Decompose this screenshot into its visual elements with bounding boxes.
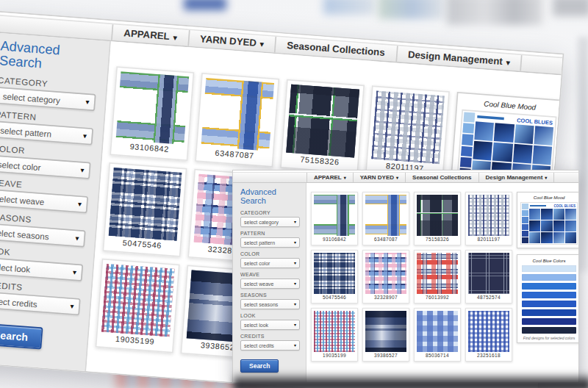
colors-card-caption: Find designs for selected colors bbox=[522, 336, 576, 340]
fabric-swatch-image bbox=[314, 253, 355, 294]
color-select[interactable]: select color▾ bbox=[240, 258, 300, 268]
mood-photo bbox=[473, 141, 492, 161]
swatch-card[interactable]: 63487087 bbox=[195, 73, 279, 168]
swatch-card[interactable]: 85036714 bbox=[414, 308, 461, 362]
composite-stage: APPAREL▾ YARN DYED▾ Seasonal Collections… bbox=[0, 0, 588, 388]
swatch-card[interactable]: 93106842 bbox=[311, 192, 358, 245]
swatch-card[interactable]: 93106842 bbox=[110, 66, 194, 161]
select-value: select category bbox=[2, 91, 60, 104]
mood-collage: COOL BLUES bbox=[520, 202, 578, 245]
chevron-down-icon: ▾ bbox=[396, 176, 398, 180]
swatch-grid: 93106842 63487087 75158326 82011197 5047… bbox=[311, 192, 512, 362]
chevron-down-icon: ▾ bbox=[260, 40, 265, 47]
swatch-card[interactable]: 19035199 bbox=[311, 308, 358, 362]
category-select[interactable]: select category▾ bbox=[240, 217, 300, 227]
swatch-id: 32328907 bbox=[365, 295, 406, 300]
mood-palette-chip bbox=[522, 210, 528, 216]
look-select[interactable]: select look▾ bbox=[240, 320, 300, 330]
mood-palette-chip bbox=[462, 134, 473, 146]
mood-board-card[interactable]: Cool Blue Mood bbox=[517, 192, 579, 248]
mood-photo bbox=[529, 232, 540, 243]
mood-palette-chip bbox=[461, 146, 473, 157]
search-button[interactable]: Search bbox=[0, 323, 43, 349]
select-value: select seasons bbox=[0, 228, 49, 240]
select-value: select look bbox=[244, 323, 268, 328]
color-bar[interactable] bbox=[522, 318, 576, 325]
color-bar[interactable] bbox=[522, 274, 576, 281]
swatch-card[interactable]: 50475546 bbox=[311, 250, 358, 303]
color-bar[interactable] bbox=[522, 309, 576, 316]
color-bar[interactable] bbox=[522, 283, 576, 290]
chevron-down-icon: ▾ bbox=[294, 261, 296, 265]
mood-photo bbox=[529, 209, 540, 220]
swatch-card[interactable]: 75158326 bbox=[280, 79, 365, 174]
swatch-card[interactable]: 48752574 bbox=[465, 250, 512, 303]
swatch-id: 23251618 bbox=[468, 353, 509, 358]
fabric-swatch-image bbox=[371, 90, 445, 164]
swatch-card[interactable]: 23251618 bbox=[465, 308, 512, 362]
mood-photo bbox=[541, 209, 552, 220]
fabric-swatch-image bbox=[417, 311, 458, 352]
mood-palette-chip bbox=[463, 112, 475, 123]
mood-header-rule bbox=[530, 205, 546, 206]
seasons-select[interactable]: select seasons▾ bbox=[240, 299, 300, 309]
swatch-card[interactable]: 75158326 bbox=[414, 192, 461, 245]
swatch-id: 39386527 bbox=[365, 353, 406, 358]
select-value: select pattern bbox=[244, 240, 275, 245]
background-blur-shape bbox=[553, 0, 588, 16]
swatch-card[interactable]: 63487087 bbox=[362, 192, 409, 245]
nav-apparel[interactable]: APPAREL▾ bbox=[306, 173, 354, 182]
main-nav: APPAREL▾ YARN DYED▾ Seasonal Collections… bbox=[233, 172, 578, 183]
chevron-down-icon: ▾ bbox=[85, 98, 90, 106]
chevron-down-icon: ▾ bbox=[73, 268, 77, 276]
color-bar[interactable] bbox=[522, 327, 576, 334]
mood-photo bbox=[565, 220, 576, 231]
search-button[interactable]: Search bbox=[240, 359, 279, 373]
background-blur-shape bbox=[447, 0, 542, 25]
mood-photo bbox=[514, 124, 534, 144]
mood-palette-chip bbox=[522, 237, 528, 243]
nav-label: Design Management bbox=[486, 174, 543, 181]
chevron-down-icon: ▾ bbox=[294, 323, 296, 327]
nav-yarn-dyed[interactable]: YARN DYED▾ bbox=[354, 173, 406, 182]
filter-label: SEASONS bbox=[240, 292, 300, 298]
filter-label: CATEGORY bbox=[240, 210, 300, 215]
credits-select[interactable]: select credits▾ bbox=[240, 340, 300, 351]
swatch-card[interactable]: 19035199 bbox=[96, 259, 180, 353]
nav-label: YARN DYED bbox=[200, 34, 257, 49]
mood-photo bbox=[565, 232, 576, 243]
swatch-card[interactable]: 82011197 bbox=[465, 192, 512, 245]
swatch-card[interactable]: 50475546 bbox=[102, 162, 187, 257]
mood-photo bbox=[541, 232, 552, 243]
background-blur-bottom-strip bbox=[234, 373, 588, 388]
swatch-card[interactable]: 32328907 bbox=[362, 250, 409, 303]
nav-label: APPAREL bbox=[314, 174, 342, 181]
filter-label: COLOR bbox=[240, 251, 300, 256]
nav-label: APPAREL bbox=[123, 28, 170, 43]
weave-select[interactable]: select weave▾ bbox=[240, 279, 300, 289]
mood-photo bbox=[553, 220, 564, 231]
swatch-card[interactable]: 82011197 bbox=[365, 85, 450, 180]
chevron-down-icon: ▾ bbox=[75, 234, 79, 242]
color-bar[interactable] bbox=[522, 292, 576, 298]
color-bar[interactable] bbox=[522, 301, 576, 307]
results-area: 93106842 63487087 75158326 82011197 5047… bbox=[306, 183, 579, 383]
mood-palette-chip bbox=[522, 204, 528, 209]
fabric-swatch-image bbox=[468, 311, 509, 352]
mood-header-right-label: COOL BLUES bbox=[517, 117, 553, 126]
nav-design-management[interactable]: Design Management▾ bbox=[479, 173, 555, 182]
pattern-select[interactable]: select pattern▾ bbox=[240, 237, 300, 248]
mood-palette-chip bbox=[460, 157, 472, 168]
nav-seasonal-collections[interactable]: Seasonal Collections bbox=[406, 173, 478, 182]
chevron-down-icon: ▾ bbox=[344, 176, 346, 180]
chevron-down-icon: ▾ bbox=[294, 220, 296, 224]
color-bar[interactable] bbox=[522, 265, 576, 272]
fabric-swatch-image bbox=[417, 253, 458, 294]
fabric-swatch-image bbox=[314, 311, 355, 352]
swatch-id: 85036714 bbox=[417, 353, 458, 358]
swatch-card[interactable]: 39386527 bbox=[362, 308, 409, 362]
select-value: select weave bbox=[0, 193, 45, 206]
chevron-down-icon: ▾ bbox=[80, 166, 85, 173]
swatch-card[interactable]: 76013992 bbox=[414, 250, 461, 303]
fabric-swatch-image bbox=[365, 195, 406, 236]
